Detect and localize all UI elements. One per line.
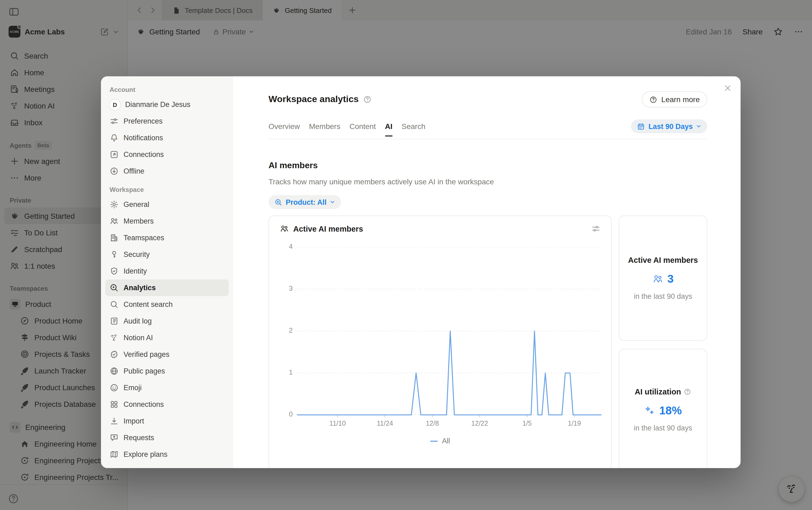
settings-group-label-account: Account (110, 86, 224, 93)
y-axis-label: 3 (280, 285, 293, 292)
settings-item-connections[interactable]: Connections (105, 396, 229, 413)
settings-item-requests[interactable]: Requests (105, 429, 229, 446)
badgecheck-icon (110, 350, 119, 359)
key-icon (110, 250, 119, 259)
settings-item-teamspaces[interactable]: Teamspaces (105, 229, 229, 246)
settings-item-members[interactable]: Members (105, 213, 229, 229)
stat-value: 3 (667, 273, 673, 285)
x-axis-label: 12/22 (471, 420, 488, 427)
settings-item-public-pages[interactable]: Public pages (105, 363, 229, 379)
sparkles-icon (644, 405, 655, 416)
help-circle-icon[interactable] (363, 95, 372, 104)
section-heading: AI members (269, 161, 707, 170)
people-icon (652, 274, 663, 284)
learn-more-button[interactable]: Learn more (642, 91, 707, 108)
analytics-tabs: OverviewMembersContentAISearch Last 90 D… (269, 119, 707, 133)
gear-icon (110, 200, 119, 209)
help-circle-icon[interactable] (684, 388, 691, 396)
y-axis-label: 2 (280, 327, 293, 334)
stat-title: AI utilization (635, 388, 681, 396)
section-description: Tracks how many unique members actively … (269, 177, 707, 186)
zoom-in-icon (274, 198, 282, 206)
modal-title: Workspace analytics (269, 94, 359, 105)
x-axis-label: 11/10 (329, 420, 346, 427)
settings-item-identity[interactable]: Identity (105, 263, 229, 279)
calendar-icon (637, 122, 645, 130)
people-icon (280, 224, 289, 233)
settings-item-notion-ai[interactable]: Notion AI (105, 330, 229, 346)
settings-item-emoji[interactable]: Emoji (105, 379, 229, 396)
stat-title: Active AI members (628, 256, 698, 264)
settings-item-notifications[interactable]: Notifications (105, 130, 229, 146)
screen: ACME Acme Labs SearchHomeMeetingsNotion … (0, 0, 812, 510)
settings-item-security[interactable]: Security (105, 246, 229, 263)
tab-overview[interactable]: Overview (269, 122, 300, 131)
settings-item-general[interactable]: General (105, 196, 229, 213)
tab-members[interactable]: Members (309, 122, 340, 131)
tab-content[interactable]: Content (349, 122, 375, 131)
aiface-icon (110, 333, 119, 342)
y-axis-label: 0 (280, 410, 293, 418)
date-range-filter[interactable]: Last 90 Days (631, 119, 707, 133)
building-icon (110, 233, 119, 243)
x-axis-label: 12/8 (426, 420, 439, 427)
chatup-icon (110, 433, 119, 442)
import-icon (110, 417, 119, 426)
shield-icon (110, 266, 119, 276)
legend-label: All (442, 437, 450, 445)
settings-sidebar: AccountDDianmarie De JesusPreferencesNot… (101, 76, 233, 468)
settings-item-preferences[interactable]: Preferences (105, 113, 229, 130)
people-icon (110, 217, 119, 226)
map-icon (110, 450, 119, 459)
settings-item-content-search[interactable]: Content search (105, 296, 229, 313)
x-axis-label: 1/5 (522, 420, 532, 427)
scroll-icon (110, 316, 119, 326)
tab-search[interactable]: Search (402, 122, 426, 131)
smiley-icon (110, 383, 119, 392)
dlcircle-icon (110, 167, 119, 176)
chart-x-labels: 11/1011/2412/812/221/51/19 (280, 420, 600, 429)
tabs-divider (269, 139, 707, 139)
chart-title: Active AI members (293, 224, 363, 233)
legend-line (430, 441, 438, 442)
stat-value: 18% (659, 404, 682, 417)
close-icon[interactable] (723, 84, 732, 92)
stat-caption: in the last 90 days (634, 292, 692, 301)
bell-icon (110, 133, 119, 142)
avatar: D (110, 99, 120, 110)
product-filter[interactable]: Product: All (269, 195, 341, 209)
settings-item-analytics[interactable]: Analytics (105, 279, 229, 296)
chart-plot-area: 43210 (280, 247, 600, 418)
chart-legend: All (280, 437, 600, 445)
settings-item-import[interactable]: Import (105, 413, 229, 429)
ai-members-chart-svg (297, 247, 601, 418)
settings-item-offline[interactable]: Offline (105, 163, 229, 179)
x-axis-label: 1/19 (568, 420, 581, 427)
settings-group-label-workspace: Workspace (110, 186, 224, 194)
chart-settings-icon[interactable] (591, 224, 600, 233)
chevron-down-icon (330, 199, 335, 205)
grid-icon (110, 400, 119, 409)
tab-ai[interactable]: AI (385, 122, 393, 131)
globe-icon (110, 367, 119, 376)
settings-item-connections[interactable]: Connections (105, 146, 229, 163)
sliders-icon (110, 117, 119, 126)
settings-main: Workspace analytics Learn more OverviewM… (233, 76, 741, 468)
ai-utilization-stat-card: AI utilization 18% in the last 90 days (619, 349, 707, 468)
searchstar-icon (110, 283, 119, 292)
y-axis-label: 4 (280, 243, 293, 250)
active-ai-members-stat-card: Active AI members 3 in the last 90 days (619, 216, 707, 341)
stat-caption: in the last 90 days (634, 424, 692, 432)
arrowout-icon (110, 150, 119, 159)
help-circle-icon (650, 95, 658, 104)
settings-item-verified-pages[interactable]: Verified pages (105, 346, 229, 363)
settings-item-dianmarie-de-jesus[interactable]: DDianmarie De Jesus (105, 96, 229, 113)
active-ai-members-chart-card: Active AI members 43210 11/1011/2412/812… (269, 216, 612, 468)
settings-item-audit-log[interactable]: Audit log (105, 313, 229, 330)
chevron-down-icon (696, 123, 701, 129)
settings-item-explore-plans[interactable]: Explore plans (105, 446, 229, 463)
y-axis-label: 1 (280, 369, 293, 376)
settings-modal: AccountDDianmarie De JesusPreferencesNot… (101, 76, 741, 468)
x-axis-label: 11/24 (377, 420, 393, 427)
search-icon (110, 300, 119, 309)
